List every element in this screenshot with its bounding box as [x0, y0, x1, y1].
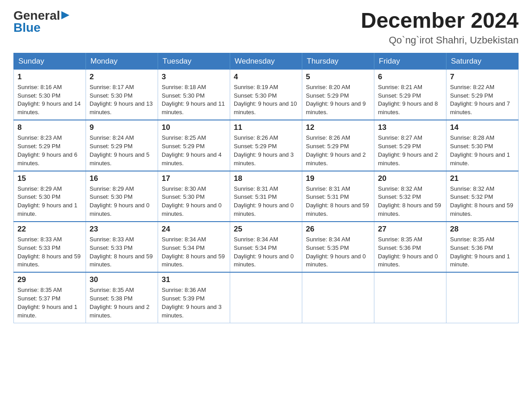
- calendar-cell: 19Sunrise: 8:31 AMSunset: 5:31 PMDayligh…: [302, 171, 374, 222]
- day-number: 10: [162, 123, 226, 132]
- day-number: 31: [162, 275, 226, 284]
- calendar-cell: 29Sunrise: 8:35 AMSunset: 5:37 PMDayligh…: [14, 272, 86, 323]
- calendar-body: 1Sunrise: 8:16 AMSunset: 5:30 PMDaylight…: [14, 69, 519, 323]
- day-info: Sunrise: 8:33 AMSunset: 5:33 PMDaylight:…: [90, 235, 154, 269]
- day-number: 22: [17, 225, 82, 234]
- calendar-cell: 7Sunrise: 8:22 AMSunset: 5:29 PMDaylight…: [446, 69, 519, 120]
- day-info: Sunrise: 8:20 AMSunset: 5:29 PMDaylight:…: [306, 83, 370, 117]
- day-info: Sunrise: 8:31 AMSunset: 5:31 PMDaylight:…: [234, 185, 298, 218]
- calendar-cell: 12Sunrise: 8:26 AMSunset: 5:29 PMDayligh…: [302, 120, 374, 171]
- day-number: 12: [306, 123, 370, 132]
- day-info: Sunrise: 8:19 AMSunset: 5:30 PMDaylight:…: [234, 83, 298, 117]
- day-info: Sunrise: 8:36 AMSunset: 5:39 PMDaylight:…: [162, 286, 226, 320]
- calendar-week-row: 29Sunrise: 8:35 AMSunset: 5:37 PMDayligh…: [14, 272, 519, 323]
- day-number: 17: [162, 174, 226, 183]
- calendar-week-row: 8Sunrise: 8:23 AMSunset: 5:29 PMDaylight…: [14, 120, 519, 171]
- day-info: Sunrise: 8:27 AMSunset: 5:29 PMDaylight:…: [378, 134, 442, 167]
- day-number: 24: [162, 225, 226, 234]
- day-info: Sunrise: 8:34 AMSunset: 5:34 PMDaylight:…: [234, 235, 298, 269]
- calendar-cell: 23Sunrise: 8:33 AMSunset: 5:33 PMDayligh…: [86, 222, 158, 272]
- day-number: 9: [90, 123, 154, 132]
- day-info: Sunrise: 8:33 AMSunset: 5:33 PMDaylight:…: [17, 235, 82, 269]
- calendar-cell: 21Sunrise: 8:32 AMSunset: 5:32 PMDayligh…: [446, 171, 519, 222]
- day-info: Sunrise: 8:32 AMSunset: 5:32 PMDaylight:…: [378, 185, 442, 218]
- day-info: Sunrise: 8:34 AMSunset: 5:34 PMDaylight:…: [162, 235, 226, 269]
- weekday-header-thursday: Thursday: [302, 53, 374, 69]
- weekday-header-tuesday: Tuesday: [158, 53, 230, 69]
- day-number: 1: [17, 73, 82, 81]
- calendar-cell: 15Sunrise: 8:29 AMSunset: 5:30 PMDayligh…: [14, 171, 86, 222]
- day-number: 28: [450, 225, 515, 234]
- day-number: 25: [234, 225, 298, 234]
- calendar-week-row: 1Sunrise: 8:16 AMSunset: 5:30 PMDaylight…: [14, 69, 519, 120]
- day-number: 26: [306, 225, 370, 234]
- calendar-cell: 1Sunrise: 8:16 AMSunset: 5:30 PMDaylight…: [14, 69, 86, 120]
- weekday-header-wednesday: Wednesday: [230, 53, 302, 69]
- day-info: Sunrise: 8:35 AMSunset: 5:37 PMDaylight:…: [17, 286, 82, 320]
- day-number: 7: [450, 73, 515, 81]
- day-number: 6: [378, 73, 442, 81]
- calendar-cell: 17Sunrise: 8:30 AMSunset: 5:30 PMDayligh…: [158, 171, 230, 222]
- day-info: Sunrise: 8:31 AMSunset: 5:31 PMDaylight:…: [306, 185, 370, 218]
- calendar-cell: [302, 272, 374, 323]
- calendar-cell: 11Sunrise: 8:26 AMSunset: 5:29 PMDayligh…: [230, 120, 302, 171]
- day-info: Sunrise: 8:29 AMSunset: 5:30 PMDaylight:…: [90, 185, 154, 218]
- day-info: Sunrise: 8:17 AMSunset: 5:30 PMDaylight:…: [90, 83, 154, 117]
- day-number: 13: [378, 123, 442, 132]
- calendar-cell: 28Sunrise: 8:35 AMSunset: 5:36 PMDayligh…: [446, 222, 519, 272]
- day-info: Sunrise: 8:24 AMSunset: 5:29 PMDaylight:…: [90, 134, 154, 167]
- calendar-cell: 18Sunrise: 8:31 AMSunset: 5:31 PMDayligh…: [230, 171, 302, 222]
- day-info: Sunrise: 8:26 AMSunset: 5:29 PMDaylight:…: [306, 134, 370, 167]
- day-info: Sunrise: 8:22 AMSunset: 5:29 PMDaylight:…: [450, 83, 515, 117]
- weekday-header-saturday: Saturday: [446, 53, 519, 69]
- calendar-cell: 26Sunrise: 8:34 AMSunset: 5:35 PMDayligh…: [302, 222, 374, 272]
- calendar-cell: [230, 272, 302, 323]
- day-number: 23: [90, 225, 154, 234]
- day-info: Sunrise: 8:30 AMSunset: 5:30 PMDaylight:…: [162, 185, 226, 218]
- day-number: 3: [162, 73, 226, 81]
- calendar-table: SundayMondayTuesdayWednesdayThursdayFrid…: [13, 53, 519, 323]
- day-number: 8: [17, 123, 82, 132]
- calendar-cell: 13Sunrise: 8:27 AMSunset: 5:29 PMDayligh…: [374, 120, 446, 171]
- location-title: Qo`ng`irot Shahri, Uzbekistan: [361, 34, 519, 46]
- day-info: Sunrise: 8:35 AMSunset: 5:38 PMDaylight:…: [90, 286, 154, 320]
- month-title: December 2024: [361, 9, 519, 33]
- title-section: December 2024 Qo`ng`irot Shahri, Uzbekis…: [361, 9, 519, 46]
- day-info: Sunrise: 8:16 AMSunset: 5:30 PMDaylight:…: [17, 83, 82, 117]
- calendar-cell: 8Sunrise: 8:23 AMSunset: 5:29 PMDaylight…: [14, 120, 86, 171]
- calendar-cell: 27Sunrise: 8:35 AMSunset: 5:36 PMDayligh…: [374, 222, 446, 272]
- calendar-cell: 4Sunrise: 8:19 AMSunset: 5:30 PMDaylight…: [230, 69, 302, 120]
- calendar-cell: 16Sunrise: 8:29 AMSunset: 5:30 PMDayligh…: [86, 171, 158, 222]
- calendar-cell: 5Sunrise: 8:20 AMSunset: 5:29 PMDaylight…: [302, 69, 374, 120]
- calendar-cell: 24Sunrise: 8:34 AMSunset: 5:34 PMDayligh…: [158, 222, 230, 272]
- day-number: 19: [306, 174, 370, 183]
- day-info: Sunrise: 8:18 AMSunset: 5:30 PMDaylight:…: [162, 83, 226, 117]
- day-info: Sunrise: 8:35 AMSunset: 5:36 PMDaylight:…: [378, 235, 442, 269]
- calendar-cell: 2Sunrise: 8:17 AMSunset: 5:30 PMDaylight…: [86, 69, 158, 120]
- calendar-cell: 9Sunrise: 8:24 AMSunset: 5:29 PMDaylight…: [86, 120, 158, 171]
- calendar-cell: 20Sunrise: 8:32 AMSunset: 5:32 PMDayligh…: [374, 171, 446, 222]
- calendar-cell: 3Sunrise: 8:18 AMSunset: 5:30 PMDaylight…: [158, 69, 230, 120]
- day-number: 15: [17, 174, 82, 183]
- logo-blue-text: Blue: [13, 21, 69, 35]
- day-number: 30: [90, 275, 154, 284]
- calendar-cell: 22Sunrise: 8:33 AMSunset: 5:33 PMDayligh…: [14, 222, 86, 272]
- calendar-cell: [374, 272, 446, 323]
- page-header: General Blue December 2024 Qo`ng`irot Sh…: [13, 9, 519, 46]
- day-info: Sunrise: 8:35 AMSunset: 5:36 PMDaylight:…: [450, 235, 515, 269]
- day-info: Sunrise: 8:28 AMSunset: 5:30 PMDaylight:…: [450, 134, 515, 167]
- calendar-week-row: 15Sunrise: 8:29 AMSunset: 5:30 PMDayligh…: [14, 171, 519, 222]
- day-number: 2: [90, 73, 154, 81]
- day-info: Sunrise: 8:23 AMSunset: 5:29 PMDaylight:…: [17, 134, 82, 167]
- day-number: 14: [450, 123, 515, 132]
- calendar-cell: 31Sunrise: 8:36 AMSunset: 5:39 PMDayligh…: [158, 272, 230, 323]
- logo-arrow-icon: [61, 11, 69, 19]
- day-number: 4: [234, 73, 298, 81]
- calendar-cell: 25Sunrise: 8:34 AMSunset: 5:34 PMDayligh…: [230, 222, 302, 272]
- day-info: Sunrise: 8:34 AMSunset: 5:35 PMDaylight:…: [306, 235, 370, 269]
- weekday-header-monday: Monday: [86, 53, 158, 69]
- day-number: 16: [90, 174, 154, 183]
- day-number: 18: [234, 174, 298, 183]
- weekday-header-sunday: Sunday: [14, 53, 86, 69]
- day-number: 29: [17, 275, 82, 284]
